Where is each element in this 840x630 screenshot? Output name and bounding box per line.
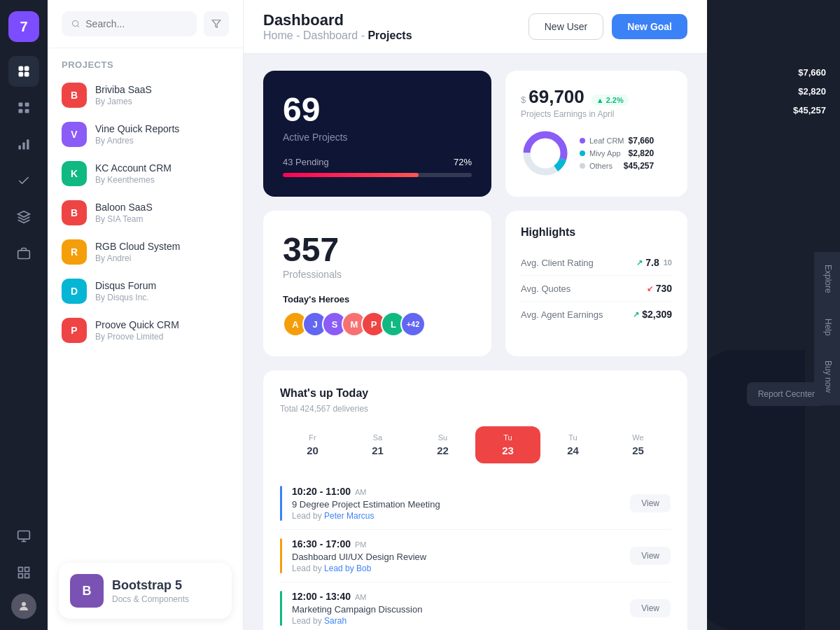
svg-line-22: [78, 25, 79, 27]
svg-rect-18: [25, 574, 29, 578]
day-name: Sa: [351, 433, 405, 442]
active-projects-label: Active Projects: [283, 132, 472, 143]
panel-tab-explore[interactable]: Explore: [814, 252, 840, 306]
project-item-rgb[interactable]: R RGB Cloud System By Andrei: [48, 232, 243, 272]
project-info-disqus: Disqus Forum By Disqus Inc.: [95, 280, 156, 302]
event-lead-link[interactable]: Lead by Bob: [324, 564, 371, 573]
bootstrap-card[interactable]: B Bootstrap 5 Docs & Components: [59, 563, 232, 619]
event-view-button[interactable]: View: [630, 547, 671, 565]
day-num: 23: [481, 444, 535, 456]
svg-rect-3: [24, 72, 29, 77]
right-panel: $7,660 $2,820 $45,257 ExploreHelpBuy now…: [707, 0, 840, 630]
earnings-badge: ▲ 2.2%: [592, 94, 629, 106]
event-item: 12:00 - 13:40 AM Marketing Campaign Disc…: [280, 582, 671, 630]
svg-rect-6: [19, 109, 23, 113]
legend-name: Mivy App: [589, 149, 621, 158]
pending-label: 43 Pending: [283, 157, 329, 167]
progress-pct: 72%: [454, 157, 472, 167]
breadcrumb: Dashboard: [263, 11, 412, 29]
new-user-button[interactable]: New User: [528, 13, 603, 40]
sidebar-search-header: [48, 0, 243, 48]
cal-day-21[interactable]: Sa 21: [345, 426, 410, 463]
nav-icon-monitor[interactable]: [8, 521, 39, 552]
event-content: 10:20 - 11:00 AM 9 Degree Project Estima…: [292, 486, 620, 521]
cal-day-23[interactable]: Tu 23: [475, 426, 540, 463]
highlight-value: ↙ 730: [647, 283, 672, 294]
project-item-vine[interactable]: V Vine Quick Reports By Andres: [48, 115, 243, 154]
highlight-row: Avg. Quotes ↙ 730: [521, 276, 672, 302]
project-author-rgb: By Andrei: [95, 253, 180, 263]
project-icon-proove: P: [62, 318, 87, 343]
project-item-kc[interactable]: K KC Account CRM By Keenthemes: [48, 154, 243, 193]
event-name: Dashboard UI/UX Design Review: [292, 552, 620, 562]
event-content: 16:30 - 17:00 PM Dashboard UI/UX Design …: [292, 538, 620, 573]
event-view-button[interactable]: View: [630, 599, 671, 617]
user-avatar[interactable]: [11, 594, 36, 619]
right-earnings: $7,660 $2,820 $45,257: [707, 56, 840, 131]
highlights-list: Avg. Client Rating ↗ 7.810 Avg. Quotes ↙…: [521, 250, 672, 327]
svg-point-26: [526, 134, 564, 172]
event-ampm: AM: [355, 593, 367, 601]
cards-row-1: 69 Active Projects 43 Pending 72% $ 69,7…: [263, 71, 687, 197]
event-time: 12:00 - 13:40 AM: [292, 591, 620, 602]
day-name: We: [611, 433, 665, 442]
event-lead-link[interactable]: Peter Marcus: [324, 511, 374, 521]
nav-icon-grid2[interactable]: [8, 557, 39, 588]
project-info-vine: Vine Quick Reports By Andres: [95, 123, 179, 146]
report-center-button[interactable]: Report Cecnter: [747, 382, 826, 406]
search-input[interactable]: [85, 18, 187, 29]
svg-marker-11: [18, 211, 30, 217]
svg-marker-23: [212, 20, 220, 28]
day-name: Fr: [286, 433, 340, 442]
card-earnings: $ 69,700 ▲ 2.2% Projects Earnings in Apr…: [505, 71, 687, 197]
event-view-button[interactable]: View: [630, 494, 671, 512]
legend-row: Others $45,257: [580, 161, 654, 171]
panel-tab-help[interactable]: Help: [814, 306, 840, 349]
search-box[interactable]: [62, 11, 197, 36]
cal-day-22[interactable]: Su 22: [410, 426, 475, 463]
project-icon-kc: K: [62, 161, 87, 186]
donut-legend: Leaf CRM $7,660 Mivy App $2,820 Others $…: [580, 136, 654, 171]
earnings-label: Projects Earnings in April: [521, 109, 672, 119]
right-amount-2: $2,820: [798, 86, 826, 97]
card-professionals: 357 Professionals Today's Heroes AJSMPL+…: [263, 211, 491, 356]
project-item-briviba[interactable]: B Briviba SaaS By James: [48, 76, 243, 115]
project-info-proove: Proove Quick CRM By Proove Limited: [95, 319, 179, 342]
project-name-kc: KC Account CRM: [95, 162, 172, 174]
project-item-disqus[interactable]: D Disqus Forum By Disqus Inc.: [48, 272, 243, 311]
project-item-proove[interactable]: P Proove Quick CRM By Proove Limited: [48, 311, 243, 350]
project-author-proove: By Proove Limited: [95, 332, 179, 342]
prof-count: 357: [283, 230, 472, 269]
day-num: 22: [416, 444, 470, 456]
nav-icon-chart[interactable]: [8, 129, 39, 160]
cal-day-20[interactable]: Fr 20: [280, 426, 345, 463]
header-actions: New User New Goal: [528, 13, 687, 40]
calendar-row: Fr 20 Sa 21 Su 22 Tu 23 Tu 24 We 25: [280, 426, 671, 463]
cal-day-24[interactable]: Tu 24: [540, 426, 606, 463]
bootstrap-name: Bootstrap 5: [112, 578, 189, 593]
nav-icon-layers[interactable]: [8, 202, 39, 232]
legend-dot: [580, 138, 585, 144]
day-name: Tu: [481, 433, 535, 442]
new-goal-button[interactable]: New Goal: [612, 14, 687, 39]
filter-button[interactable]: [204, 11, 229, 36]
nav-icon-check[interactable]: [8, 165, 39, 196]
project-info-kc: KC Account CRM By Keenthemes: [95, 162, 172, 185]
event-lead-link[interactable]: Sarah: [324, 616, 346, 626]
project-author-disqus: By Disqus Inc.: [95, 293, 156, 302]
events-list: 10:20 - 11:00 AM 9 Degree Project Estima…: [280, 477, 671, 630]
donut-area: Leaf CRM $7,660 Mivy App $2,820 Others $…: [521, 129, 672, 178]
nav-icon-grid[interactable]: [8, 92, 39, 123]
project-list: B Briviba SaaS By James V Vine Quick Rep…: [48, 76, 243, 552]
cal-day-25[interactable]: We 25: [606, 426, 671, 463]
legend-row: Leaf CRM $7,660: [580, 136, 654, 146]
nav-icon-briefcase[interactable]: [8, 238, 39, 269]
project-icon-briviba: B: [62, 83, 87, 108]
project-item-baloon[interactable]: B Baloon SaaS By SIA Team: [48, 193, 243, 232]
nav-icon-dashboard[interactable]: [8, 56, 39, 87]
svg-rect-0: [19, 66, 24, 71]
highlight-name: Avg. Client Rating: [521, 258, 594, 268]
event-lead: Lead by Lead by Bob: [292, 564, 620, 573]
earnings-dollar: $: [521, 94, 526, 105]
nav-badge[interactable]: 7: [8, 11, 39, 42]
